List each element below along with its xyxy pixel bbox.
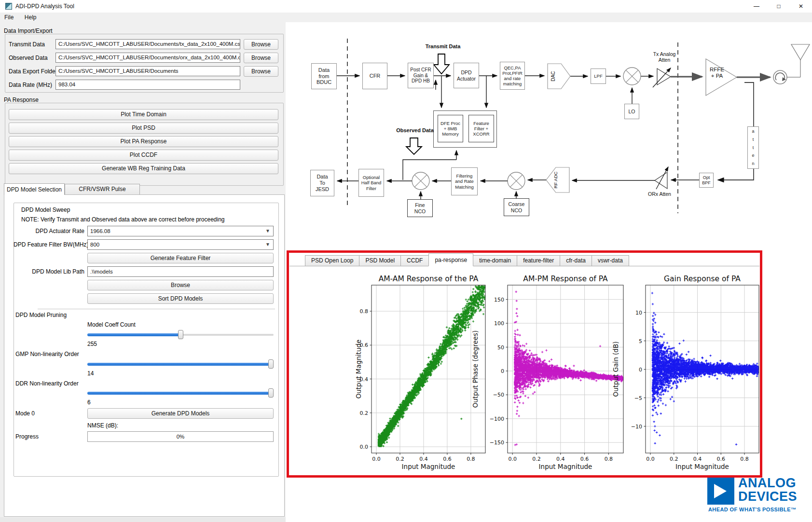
plot-pa-response-button[interactable]: Plot PA Response [9,136,278,147]
diagram-box-dpd-actuator: DPD Actuator [454,63,479,88]
svg-text:Input Magnitude: Input Magnitude [675,463,729,470]
data-export-folder-label: Data Export Folder [9,68,57,75]
svg-text:0.8: 0.8 [360,308,369,315]
generate-wb-reg-button[interactable]: Generate WB Reg Training Data [9,163,278,174]
svg-text:0.0: 0.0 [360,444,369,450]
title-bar: ADI-DPD Analysis Tool [0,0,812,13]
svg-text:10: 10 [635,310,642,316]
plot-tab-psd-open-loop[interactable]: PSD Open Loop [305,255,359,266]
svg-text:Input Magnitude: Input Magnitude [402,463,455,470]
ddr-order-slider[interactable] [87,388,274,398]
plot-psd-button[interactable]: Plot PSD [9,123,278,134]
svg-text:Output Magnitude: Output Magnitude [355,340,362,399]
logo-square [707,478,734,505]
window-title: ADI-DPD Analysis Tool [15,3,74,10]
data-export-folder-input[interactable]: C:/Users/SVC_HMCOTT_LABUSER/Documents [55,66,240,76]
svg-text:Gain Response of PA: Gain Response of PA [664,275,741,283]
svg-text:0.0: 0.0 [372,456,381,462]
lib-path-label: DPD Model Lib Path [14,268,84,275]
data-rate-input[interactable]: 983.04 [55,80,240,90]
slider-thumb[interactable] [268,359,274,369]
generate-dpd-models-button[interactable]: Generate DPD Models [87,408,274,419]
slider-fill [87,392,271,395]
pa-response-charts: 0.00.20.40.60.80.00.20.40.60.8AM-AM Resp… [290,266,760,475]
svg-text:150: 150 [494,297,504,303]
svg-text:0.2: 0.2 [360,410,369,416]
plot-tab-ccdf[interactable]: CCDF [400,255,429,266]
slider-thumb[interactable] [268,388,274,398]
svg-text:0.4: 0.4 [419,456,428,462]
transmit-data-input[interactable]: C:/Users/SVC_HMCOTT_LABUSER/Documents/tx… [55,39,240,49]
diagram-label-rffe-pa: RFFE + PA [707,67,727,79]
gmp-order-label: GMP Non-linearity Order [15,351,79,357]
svg-text:0.4: 0.4 [556,456,565,462]
lib-path-browse-button[interactable]: Browse [87,280,274,290]
data-rate-label: Data Rate (MHz) [9,82,52,88]
plot-time-domain-button[interactable]: Plot Time Domain [9,109,278,120]
ddr-order-value: 6 [87,399,91,406]
menu-help[interactable]: Help [20,13,41,22]
maximize-button[interactable]: □ [768,0,790,13]
tab-dpd-model-selection[interactable]: DPD Model Selection [4,183,65,195]
diagram-box-fine-nco: Fine NCO [407,199,433,217]
diagram-label-observed-data: Observed Data [394,127,436,134]
dpd-note: NOTE: Verify Transmit and Observed data … [21,216,225,223]
plot-tab-time-domain[interactable]: time-domain [473,255,517,266]
filter-bw-label: DPD Feature Filter BW(MHz) [14,241,84,248]
lib-path-input[interactable]: .\\models [87,266,274,277]
svg-text:0.6: 0.6 [580,456,589,462]
diagram-box-filtering-rate-matching: Filtering and Rate Matching [451,167,478,195]
filter-bw-combobox[interactable]: 800 ▼ [87,239,274,250]
svg-text:−10: −10 [631,424,642,430]
observed-data-input[interactable]: C:/Users/SVC_HMCOTT_LABUSER/Documents/or… [55,53,240,63]
diagram-box-data-from-bduc: Data from BDUC [311,63,337,89]
svg-text:0.2: 0.2 [396,456,404,462]
diagram-box-qec: QEC,PA Prot,PFIR and rate matching [500,62,525,90]
plot-tab-feature-filter[interactable]: feature-filter [517,255,560,266]
transmit-data-browse-button[interactable]: Browse [244,39,278,50]
svg-text:50: 50 [497,344,504,351]
tab-cfr-vswr-pulse-generator[interactable]: CFR/VSWR Pulse Generator [65,184,140,195]
sort-dpd-models-button[interactable]: Sort DPD Models [87,293,274,304]
actuator-rate-label: DPD Actuator Rate [14,228,84,234]
coeff-count-slider[interactable] [87,330,274,339]
chevron-down-icon: ▼ [265,240,270,249]
diagram-box-lo: LO [624,104,639,119]
plot-tab-pa-response[interactable]: pa-response [428,253,473,266]
progress-bar: 0% [87,431,274,442]
diagram-label-tx-analog-atten: Tx Analog Atten [648,51,680,63]
plot-tab-vswr-data[interactable]: vswr-data [592,255,629,266]
plot-tab-psd-model[interactable]: PSD Model [359,255,401,266]
svg-text:0.4: 0.4 [693,456,702,462]
svg-text:0.8: 0.8 [467,456,475,462]
app-window: ADI-DPD Analysis Tool — □ ✕ File Help [0,0,812,522]
progress-label: Progress [15,433,39,440]
diagram-box-cfr: CFR [362,63,387,89]
diagram-label-dac: DAC [551,66,561,86]
minimize-button[interactable]: — [745,0,768,13]
actuator-rate-combobox[interactable]: 1966.08 ▼ [87,226,274,236]
svg-text:0.2: 0.2 [532,456,541,462]
gmp-order-slider[interactable] [87,359,274,369]
plot-ccdf-button[interactable]: Plot CCDF [9,150,278,161]
generate-feature-filter-button[interactable]: Generate Feature Filter [87,253,274,263]
svg-text:Output Phase (degrees): Output Phase (degrees) [471,330,479,408]
observed-data-browse-button[interactable]: Browse [244,53,278,63]
svg-text:0.0: 0.0 [646,456,655,462]
svg-text:0.6: 0.6 [717,456,726,462]
bottom-strip [0,517,286,522]
gmp-order-value: 14 [87,370,94,377]
mode-label: Mode 0 [15,410,35,417]
svg-text:AM-AM Response of the PA: AM-AM Response of the PA [379,275,479,283]
diagram-box-atten: a t t e n [747,126,759,169]
close-button[interactable]: ✕ [790,0,812,13]
slider-thumb[interactable] [178,330,183,339]
app-icon [5,3,12,10]
diagram-box-lpf: LPF [591,69,606,84]
data-export-browse-button[interactable]: Browse [244,66,278,77]
plot-tab-cfr-data[interactable]: cfr-data [560,255,592,266]
ddr-order-label: DDR Non-linearity Order [15,380,79,387]
menu-file[interactable]: File [0,13,18,22]
menu-bar: File Help [0,13,812,22]
section-title-data-import: Data Import/Export [4,27,53,34]
